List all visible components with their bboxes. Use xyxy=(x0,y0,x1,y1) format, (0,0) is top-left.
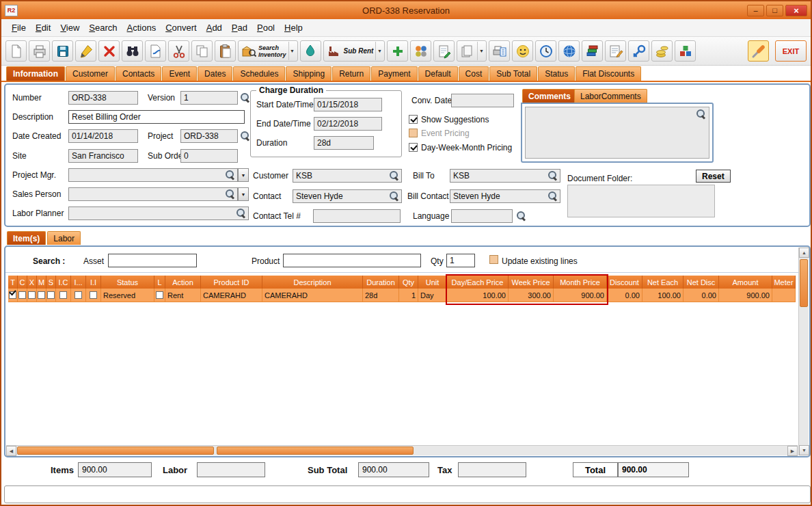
col-day-each-price[interactable]: Day/Each Price xyxy=(447,276,509,289)
row-discount-cell[interactable]: 0.00 xyxy=(607,289,642,302)
description-field[interactable]: Reset Billing Order xyxy=(68,110,245,124)
menu-add[interactable]: Add xyxy=(202,21,227,35)
history-button[interactable] xyxy=(535,40,556,62)
tools-button[interactable] xyxy=(748,40,769,62)
total-field[interactable]: 900.00 xyxy=(618,462,689,477)
row-month-price-cell[interactable]: 900.00 xyxy=(554,289,607,302)
contact-field[interactable]: Steven Hyde xyxy=(293,189,402,203)
col-m[interactable]: M xyxy=(37,276,46,289)
search-inventory-dropdown-icon[interactable]: ▼ xyxy=(288,42,296,60)
scroll-up-button[interactable]: ▲ xyxy=(799,248,809,258)
document-folder-box[interactable] xyxy=(567,185,715,217)
version-field[interactable]: 1 xyxy=(180,91,238,105)
scroll-down-button[interactable]: ▼ xyxy=(799,445,809,455)
sales-person-field[interactable] xyxy=(68,187,238,201)
row-product-id-cell[interactable]: CAMERAHD xyxy=(201,289,262,302)
row-m-checkbox[interactable] xyxy=(38,291,45,299)
asset-input[interactable] xyxy=(108,254,197,267)
duration-field[interactable]: 28d xyxy=(314,136,374,150)
row-t-cell[interactable] xyxy=(8,289,18,302)
start-date-field[interactable]: 01/15/2018 xyxy=(314,98,382,111)
col-c[interactable]: C xyxy=(18,276,27,289)
vertical-scrollbar[interactable]: ▲ ▼ xyxy=(798,248,809,455)
row-c-cell[interactable] xyxy=(18,289,27,302)
row-meter-cell[interactable] xyxy=(772,289,796,302)
show-suggestions-checkbox[interactable] xyxy=(409,115,418,124)
col-discount[interactable]: Discount xyxy=(607,276,642,289)
row-ii-checkbox[interactable] xyxy=(90,291,97,299)
row-x-checkbox[interactable] xyxy=(28,291,36,299)
col-unit[interactable]: Unit xyxy=(418,276,447,289)
bill-contact-field[interactable]: Steven Hyde xyxy=(450,189,560,203)
conv-date-field[interactable] xyxy=(451,94,514,107)
notes-button[interactable] xyxy=(433,40,455,62)
row-qty-cell[interactable]: 1 xyxy=(399,289,418,302)
sales-person-search-icon[interactable] xyxy=(226,189,234,198)
tab-shipping[interactable]: Shipping xyxy=(286,66,331,81)
language-search-icon[interactable] xyxy=(517,211,526,220)
web-button[interactable] xyxy=(558,40,580,62)
tab-sub-total[interactable]: Sub Total xyxy=(489,66,537,81)
labor-planner-search-icon[interactable] xyxy=(236,209,245,217)
find-button[interactable] xyxy=(122,40,143,62)
col-amount[interactable]: Amount xyxy=(719,276,772,289)
row-net-each-cell[interactable]: 100.00 xyxy=(642,289,684,302)
language-field[interactable] xyxy=(451,209,513,223)
row-ii-cell[interactable] xyxy=(86,289,101,302)
save-button[interactable] xyxy=(52,40,73,62)
row-week-price-cell[interactable]: 300.00 xyxy=(509,289,554,302)
tab-dates[interactable]: Dates xyxy=(198,66,232,81)
col-description[interactable]: Description xyxy=(262,276,363,289)
col-ic[interactable]: I.C xyxy=(56,276,71,289)
sub-rent-button[interactable]: Sub Rent ▼ xyxy=(323,40,385,62)
delete-button[interactable] xyxy=(98,40,120,62)
col-meter[interactable]: Meter xyxy=(772,276,796,289)
date-created-field[interactable]: 01/14/2018 xyxy=(68,129,138,143)
row-l-cell[interactable] xyxy=(154,289,165,302)
col-s[interactable]: S xyxy=(46,276,56,289)
fill-drop-button[interactable] xyxy=(300,40,321,62)
col-ii[interactable]: I.I xyxy=(86,276,101,289)
tab-labor-comments[interactable]: LaborComments xyxy=(574,89,647,103)
sales-person-dropdown[interactable]: ▼ xyxy=(238,187,249,201)
row-amount-cell[interactable]: 900.00 xyxy=(719,289,772,302)
tab-return[interactable]: Return xyxy=(332,66,370,81)
items-total-field[interactable]: 900.00 xyxy=(78,462,152,477)
close-button[interactable]: × xyxy=(785,5,807,16)
tab-cost[interactable]: Cost xyxy=(459,66,489,81)
row-t-checkbox[interactable] xyxy=(9,291,16,299)
tab-status[interactable]: Status xyxy=(538,66,575,81)
labor-total-field[interactable] xyxy=(197,462,265,477)
search-inventory-button[interactable]: SearchInventory ▼ xyxy=(238,40,298,62)
project-mgr-dropdown[interactable]: ▼ xyxy=(238,168,249,182)
number-field[interactable]: ORD-338 xyxy=(68,91,138,105)
scroll-right-button[interactable]: ▶ xyxy=(787,446,798,456)
paste-button[interactable] xyxy=(215,40,236,62)
report-print-button[interactable] xyxy=(489,40,510,62)
form-edit-button[interactable] xyxy=(605,40,626,62)
project-mgr-field[interactable] xyxy=(68,168,238,182)
product-input[interactable] xyxy=(283,254,421,267)
vertical-scroll-thumb[interactable] xyxy=(800,259,808,307)
project-field[interactable]: ORD-338 xyxy=(180,129,238,143)
bill-contact-search-icon[interactable] xyxy=(548,191,557,200)
contact-tel-field[interactable] xyxy=(313,209,401,223)
tab-items[interactable]: Item(s) xyxy=(7,231,46,245)
row-i2-checkbox[interactable] xyxy=(75,291,82,299)
tab-flat-discounts[interactable]: Flat Discounts xyxy=(576,66,641,81)
end-date-field[interactable]: 02/12/2018 xyxy=(314,117,382,131)
menu-edit[interactable]: Edit xyxy=(31,21,55,35)
col-qty[interactable]: Qty xyxy=(399,276,418,289)
bill-to-field[interactable]: KSB xyxy=(450,169,560,183)
row-action-cell[interactable]: Rent xyxy=(165,289,201,302)
customer-search-icon[interactable] xyxy=(390,171,398,180)
project-search-icon[interactable] xyxy=(241,131,249,140)
row-status-cell[interactable]: Reserved xyxy=(101,289,154,302)
project-mgr-search-icon[interactable] xyxy=(226,170,234,179)
col-i2[interactable]: I... xyxy=(71,276,86,289)
menu-help[interactable]: Help xyxy=(280,21,308,35)
tab-event[interactable]: Event xyxy=(162,66,197,81)
row-m-cell[interactable] xyxy=(37,289,46,302)
menu-actions[interactable]: Actions xyxy=(122,21,161,35)
comments-textarea[interactable] xyxy=(525,107,709,159)
